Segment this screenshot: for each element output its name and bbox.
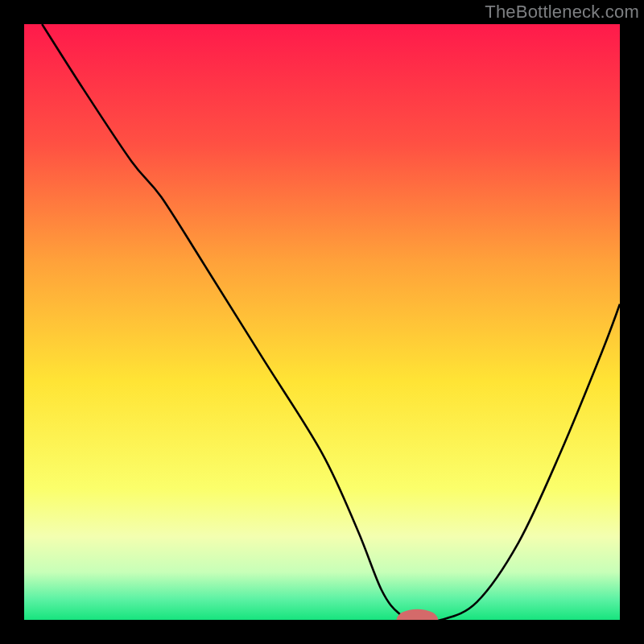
chart-svg bbox=[24, 24, 620, 620]
chart-container: TheBottleneck.com bbox=[0, 0, 644, 644]
attribution-text: TheBottleneck.com bbox=[485, 2, 639, 23]
chart-frame bbox=[24, 24, 620, 620]
chart-background bbox=[24, 24, 620, 620]
